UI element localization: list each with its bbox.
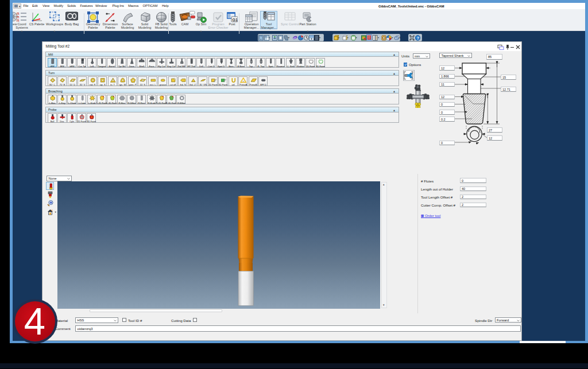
svg-text:G1: G1 <box>233 18 238 22</box>
svg-text:?: ? <box>416 35 419 40</box>
svg-text:Π: Π <box>17 19 19 22</box>
